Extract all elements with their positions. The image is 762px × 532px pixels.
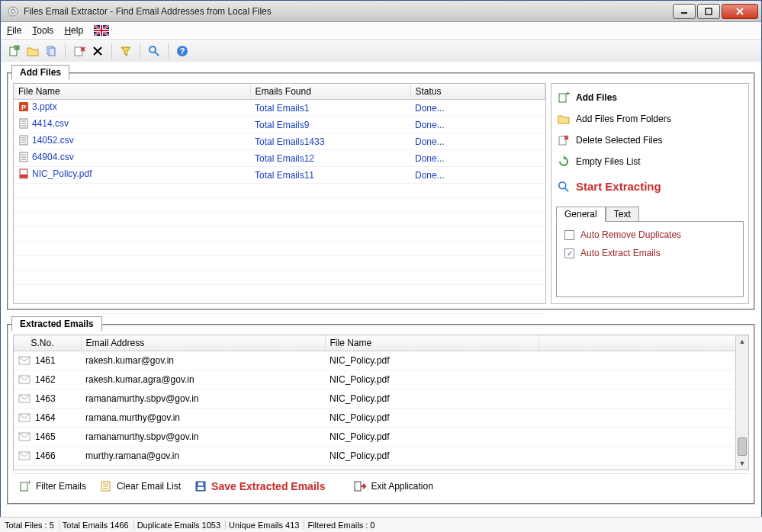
tb-delete-icon[interactable] [72,43,87,59]
close-button[interactable] [722,4,758,19]
files-table: File Name Emails Found Status P3.pptxTot… [13,83,546,304]
emails-found-cell: Total Emails1 [250,100,410,117]
emails-found-cell: Total Emails9 [250,117,410,133]
status-cell: Done... [410,133,545,150]
side-panel: + Add Files Add Files From Folders Delet… [551,83,749,304]
tab-add-files[interactable]: Add Files [11,65,69,80]
table-row[interactable]: 64904.csvTotal Emails12Done... [14,150,545,167]
menu-tools[interactable]: Tools [32,25,53,36]
sno-cell: 1463 [31,389,81,409]
email-cell: murthy.ramana@gov.in [81,447,325,466]
refresh-icon [558,155,570,168]
search-icon [558,181,570,193]
emails-found-cell: Total Emails12 [250,150,410,167]
table-row[interactable]: 4414.csvTotal Emails9Done... [14,117,545,133]
exit-icon [354,480,366,492]
scroll-up-icon[interactable]: ▲ [736,335,748,348]
envelope-icon [14,370,31,389]
email-cell: rakesh.kumar.agra@gov.in [81,370,325,389]
emails-found-cell: Total Emails11 [250,167,410,184]
menu-help[interactable]: Help [64,25,83,36]
scroll-thumb[interactable] [738,437,747,456]
tb-add-files-icon[interactable] [7,43,22,59]
save-icon [195,480,207,492]
email-cell: ramanamurthy.sbpv@gov.in [81,389,325,409]
table-row[interactable]: 1461rakesh.kumar@gov.inNIC_Policy.pdf [14,351,748,370]
status-cell: Done... [410,150,545,167]
table-row[interactable]: 1464ramana.murthy@gov.inNIC_Policy.pdf [14,409,748,428]
table-row[interactable]: 1466murthy.ramana@gov.inNIC_Policy.pdf [14,447,748,466]
tb-help-icon[interactable]: ? [175,43,190,59]
maximize-button[interactable] [697,4,720,19]
status-unique-emails: Unique Emails 413 [229,521,304,530]
side-delete-label: Delete Selected Files [576,135,662,146]
col-sno[interactable]: S.No. [31,335,81,351]
exit-application-button[interactable]: Exit Application [351,479,436,494]
tb-search-icon[interactable] [146,43,162,59]
side-add-folders-label: Add Files From Folders [576,114,671,124]
svg-rect-37 [20,175,27,178]
table-row[interactable]: 1463ramanamurthy.sbpv@gov.inNIC_Policy.p… [14,389,748,409]
side-add-from-folders[interactable]: Add Files From Folders [556,110,744,128]
tab-general[interactable]: General [556,207,606,222]
file-name-cell: 14052.csv [32,135,74,146]
file-name-cell: 3.pptx [32,101,57,112]
col-file[interactable]: File Name [325,335,539,351]
menu-file[interactable]: File [7,25,21,36]
table-row[interactable]: NIC_Policy.pdfTotal Emails11Done... [14,167,545,184]
sno-cell: 1466 [31,447,81,466]
start-extracting-label: Start Extracting [576,180,661,193]
svg-point-43 [559,181,566,188]
col-email[interactable]: Email Address [81,335,325,351]
svg-line-44 [565,187,568,191]
filter-emails-button[interactable]: + Filter Emails [16,479,89,494]
tb-filter-icon[interactable] [118,43,133,59]
sno-cell: 1462 [31,370,81,389]
side-start-extracting[interactable]: Start Extracting [556,174,744,199]
clear-email-list-button[interactable]: Clear Email List [97,479,184,494]
tb-clear-icon[interactable] [90,43,105,59]
tab-text[interactable]: Text [606,207,639,222]
add-files-icon: + [558,91,570,104]
vertical-scrollbar[interactable]: ▲ ▼ [735,335,748,470]
filter-emails-label: Filter Emails [36,481,86,492]
status-dup-emails: Duplicate Emails 1053 [137,521,226,530]
tb-add-folder-icon[interactable] [25,43,40,59]
side-empty-label: Empty Files List [576,156,641,167]
col-file-name[interactable]: File Name [14,84,250,100]
scroll-down-icon[interactable]: ▼ [736,457,748,470]
tb-copy-icon[interactable] [43,43,59,59]
checkbox-auto-extract[interactable]: ✓ Auto Extract Emails [564,248,735,258]
language-flag-icon[interactable] [94,25,109,36]
status-cell: Done... [410,100,545,117]
filename-cell: NIC_Policy.pdf [325,409,539,428]
side-empty-list[interactable]: Empty Files List [556,152,744,171]
tab-extracted-emails[interactable]: Extracted Emails [11,316,102,332]
side-add-files[interactable]: + Add Files [556,88,744,107]
svg-rect-40 [559,136,566,145]
sno-cell: 1461 [31,351,81,370]
save-extracted-button[interactable]: Save Extracted Emails [191,479,328,494]
toolbar: ? [1,39,761,62]
filename-cell: NIC_Policy.pdf [325,351,539,370]
file-name-cell: 4414.csv [32,118,69,129]
table-row[interactable]: 14052.csvTotal Emails1433Done... [14,133,545,150]
table-row[interactable]: P3.pptxTotal Emails1Done... [14,100,545,117]
side-delete-selected[interactable]: Delete Selected Files [556,131,744,149]
checkbox-auto-remove-dup[interactable]: Auto Remove Duplicates [564,229,735,240]
table-row[interactable]: 1465ramanamurthy.sbpv@gov.inNIC_Policy.p… [14,428,748,447]
email-cell: ramana.murthy@gov.in [81,409,325,428]
delete-icon [558,134,570,146]
minimize-button[interactable] [673,4,696,19]
svg-text:?: ? [180,46,185,56]
svg-rect-12 [49,48,55,56]
col-status[interactable]: Status [410,84,545,100]
table-row[interactable]: 1462rakesh.kumar.agra@gov.inNIC_Policy.p… [14,370,748,389]
file-type-icon: P [18,101,29,112]
window-title: Files Email Extractor - Find Email Addre… [22,6,673,17]
status-total-files: Total Files : 5 [5,521,59,530]
col-emails-found[interactable]: Emails Found [250,84,410,100]
envelope-icon [14,409,31,428]
svg-point-1 [11,9,15,13]
general-tab-content: Auto Remove Duplicates ✓ Auto Extract Em… [556,221,744,297]
